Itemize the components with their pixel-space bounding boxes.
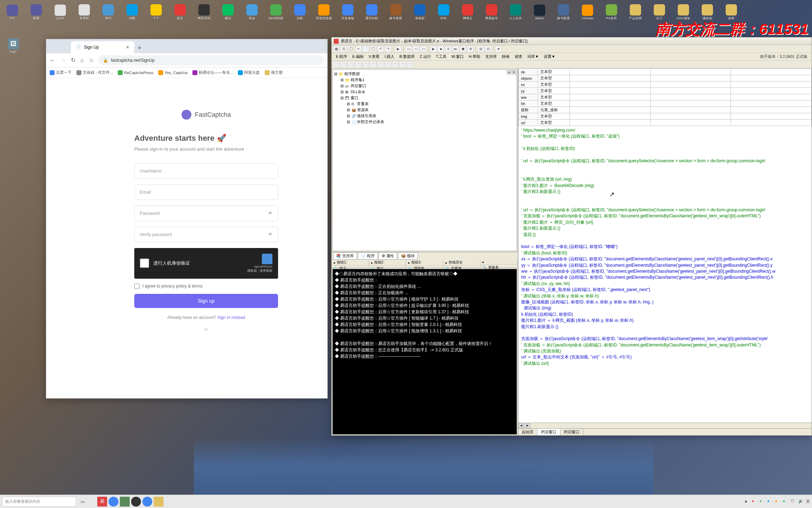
bookmark-item[interactable]: 百度一下 — [50, 70, 72, 75]
desktop-icon[interactable]: 优酷 — [122, 2, 143, 23]
toolbar-button[interactable]: ☰ — [340, 46, 347, 52]
menu-item[interactable]: 谜查 — [512, 53, 524, 60]
tree-item[interactable]: ⊟⚙DLL命令 — [334, 89, 515, 95]
desktop-icon[interactable]: KS — [2, 2, 23, 23]
desktop-icon[interactable]: 答题 — [26, 2, 47, 23]
desktop-icon[interactable]: 单核新 — [409, 2, 430, 23]
menu-item[interactable]: 词库▼ — [525, 53, 541, 60]
tray-lang[interactable]: 英 — [806, 499, 810, 504]
tree-tab[interactable]: ⚙属性 — [379, 252, 397, 260]
toolbar-button[interactable]: ⏹ — [460, 46, 466, 52]
tray-icon[interactable]: ● — [775, 499, 781, 504]
toolbar-button[interactable]: ▭ — [413, 46, 419, 52]
menu-item[interactable]: V.查看 — [367, 53, 382, 60]
tray-icon[interactable]: 🛡 — [791, 499, 796, 504]
tree-item[interactable]: ⊟📁程序数据 — [334, 71, 515, 77]
toolbar-button[interactable]: ⬚ — [363, 61, 369, 68]
desktop-icon[interactable]: 网易云 — [457, 2, 478, 23]
toolbar-button[interactable]: ⏸ — [445, 46, 451, 52]
desktop-icon[interactable]: 网易娱乐 — [481, 2, 502, 23]
bookmark-item[interactable]: 文叔叔 - 传文件... — [76, 70, 113, 75]
toolbar-button[interactable]: ⬚ — [400, 61, 406, 68]
toolbar-button[interactable]: ✂ — [355, 46, 362, 52]
toolbar-button[interactable]: ⬚ — [348, 61, 354, 68]
tree-item[interactable]: ⊟🗔窗口 — [334, 95, 515, 101]
tree-tab[interactable]: 📦模块 — [398, 252, 418, 260]
tray-icon[interactable]: ● — [767, 499, 773, 504]
taskbar-app[interactable] — [154, 497, 164, 507]
taskbar-app[interactable] — [142, 497, 152, 507]
bookmark-item[interactable]: 南方朋 — [265, 70, 283, 75]
desktop-icon[interactable]: 单列 — [98, 2, 119, 23]
desktop-icon[interactable]: Vidmate — [577, 2, 598, 23]
taskbar-search[interactable]: 输入你要搜索的内容 — [2, 497, 76, 507]
toolbar-button[interactable]: 📄 — [363, 46, 369, 52]
password-input[interactable]: Password👁 — [134, 206, 278, 221]
eye-icon[interactable]: 👁 — [268, 211, 273, 216]
toolbar-button[interactable]: ▶ — [430, 46, 437, 52]
var-row[interactable]: hh文本型 — [519, 101, 812, 107]
toolbar-button[interactable]: ▶ — [395, 46, 401, 52]
tray-icon[interactable]: 🔊 — [798, 499, 804, 504]
signup-button[interactable]: Sign up — [134, 294, 278, 308]
bookmark-item[interactable]: 精易论坛——专业... — [192, 70, 233, 75]
desktop-icon[interactable]: 产品说明 — [625, 2, 646, 23]
toolbar-button[interactable]: ⬚ — [407, 61, 413, 68]
tree-expand-icon[interactable]: ⊟ — [347, 108, 350, 112]
email-input[interactable]: Email — [134, 185, 278, 200]
menu-item[interactable]: H.帮助 — [467, 53, 482, 60]
agree-checkbox[interactable] — [134, 284, 140, 289]
editor-tab[interactable]: 起始页 — [518, 429, 537, 435]
menu-item[interactable]: 静画 — [500, 53, 512, 60]
console-output[interactable]: ◆◇易语言内存校验补丁未能成功应用，可能触发易语言暗桩◇◆◆ 易语言助手提醒您：… — [332, 269, 517, 435]
toolbar-button[interactable]: ⊞ — [478, 46, 484, 52]
nav-reload-icon[interactable]: ↻ — [71, 57, 75, 64]
var-row[interactable]: xx文本型 — [519, 81, 812, 88]
toolbar-button[interactable]: ▭ — [420, 46, 426, 52]
toolbar-button[interactable]: ⬚ — [385, 61, 391, 68]
toolbar-button[interactable]: ↷ — [385, 46, 391, 52]
bookmark-item[interactable]: Yes, Captcha — [158, 70, 187, 75]
toolbar-button[interactable]: ⚙ — [467, 46, 474, 52]
tree-expand-icon[interactable]: ⊟ — [340, 90, 344, 94]
desktop-icon[interactable]: 钉钉 — [433, 2, 454, 23]
nav-star-icon[interactable]: ☆ — [89, 57, 94, 64]
var-row[interactable]: img文本型 — [519, 113, 812, 120]
desktop-icon[interactable]: 谷歌 — [289, 2, 310, 23]
desktop-icon[interactable]: 微信 — [217, 2, 239, 23]
taskbar-app[interactable] — [109, 497, 118, 507]
bookmark-item[interactable]: ReCaptchaPress — [118, 70, 153, 75]
toolbar-button[interactable]: ⬚ — [340, 61, 347, 68]
desktop-icon[interactable]: PX使用 — [601, 2, 622, 23]
console-tab[interactable]: ▸报错3: — [406, 260, 443, 265]
var-row[interactable]: ww文本型 — [519, 94, 812, 101]
menu-item[interactable]: 设置▼ — [542, 53, 558, 60]
taskbar-app[interactable] — [131, 497, 141, 507]
console-tab[interactable]: ▸报错1: — [332, 260, 369, 265]
menu-item[interactable]: E.程序 — [334, 53, 349, 60]
toolbar-button[interactable]: ⊟ — [485, 46, 491, 52]
var-row[interactable]: url文本型 — [519, 120, 812, 126]
menu-item[interactable]: T.工具 — [434, 53, 449, 60]
desktop-icon[interactable]: yodel — [50, 2, 71, 23]
username-input[interactable]: UserName — [134, 163, 278, 179]
toolbar-button[interactable]: ⬚ — [333, 61, 339, 68]
var-row[interactable]: ok文本型 — [519, 69, 812, 75]
tree-item[interactable]: ⊟🔗值续引用表 — [334, 113, 515, 119]
tree-tab[interactable]: 📄程序 — [358, 252, 378, 260]
tree-expand-icon[interactable]: ⊟ — [340, 84, 344, 88]
menu-item[interactable]: 支持库 — [483, 53, 499, 60]
console-tab[interactable]: ▸ — [480, 260, 517, 264]
toolbar-button[interactable]: ■ — [438, 46, 444, 52]
desktop-icon[interactable]: 账号配置 — [553, 2, 574, 23]
tree-expand-icon[interactable]: ⊟ — [334, 72, 337, 76]
tab-close-icon[interactable]: ✕ — [126, 45, 129, 50]
menu-item[interactable]: W.窗口 — [449, 53, 466, 60]
editor-tab[interactable]: 闭启窗口 — [537, 429, 560, 435]
tree-expand-icon[interactable]: ⊟ — [340, 96, 344, 100]
console-tab[interactable]: ▸报错2: — [369, 260, 406, 265]
toolbar-button[interactable]: ▦ — [333, 46, 339, 52]
menu-item[interactable]: E.编辑 — [350, 53, 365, 60]
desktop-icon[interactable]: 现金 — [241, 2, 263, 23]
recaptcha-checkbox[interactable] — [140, 259, 149, 268]
